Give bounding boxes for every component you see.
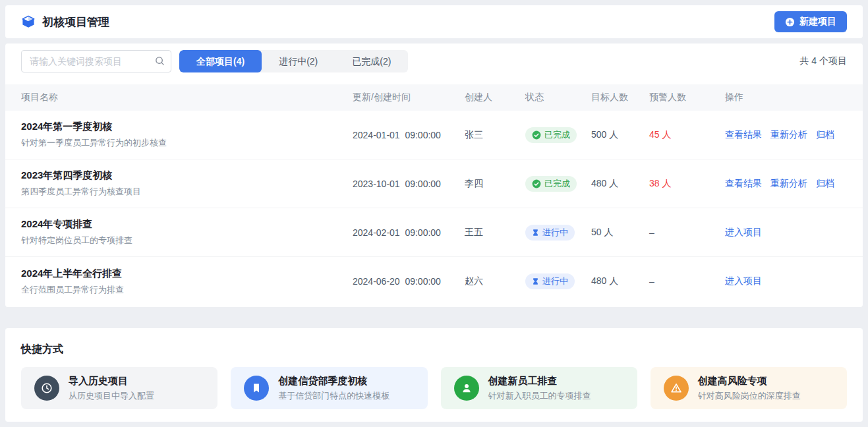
archive-link[interactable]: 归档 [816,178,834,190]
view-results-link[interactable]: 查看结果 [725,129,762,141]
target-count: 480 人 [591,178,649,190]
target-count: 50 人 [591,227,649,239]
tab-completed[interactable]: 已完成(2) [335,50,408,72]
project-creator: 王五 [465,227,525,239]
shortcut-desc: 针对高风险岗位的深度排查 [698,390,801,402]
col-warning: 预警人数 [649,92,725,103]
col-status: 状态 [525,92,591,103]
status-text: 已完成 [544,178,570,190]
project-name: 2023年第四季度初核 [21,169,353,182]
toolbar: 全部项目(4) 进行中(2) 已完成(2) 共 4 个项目 [5,43,863,72]
col-time: 更新/创建时间 [353,92,465,103]
check-circle-icon [532,179,541,188]
shortcut-title: 创建信贷部季度初核 [278,375,390,387]
search-input[interactable] [21,50,171,72]
tab-all-projects[interactable]: 全部项目(4) [179,50,262,72]
table-row: 2024年专项排查 针对特定岗位员工的专项排查 2024-02-01 09:00… [5,208,863,257]
project-name: 2024年上半年全行排查 [21,268,353,280]
filter-tabs: 全部项目(4) 进行中(2) 已完成(2) [179,50,408,72]
hourglass-icon [532,277,539,285]
shortcuts-panel: 快捷方式 导入历史项目 从历史项目中导入配置 创建信贷部季度初核 [5,328,863,422]
target-count: 480 人 [591,275,649,287]
reanalyze-link[interactable]: 重新分析 [770,129,807,141]
project-creator: 张三 [465,129,525,141]
project-name: 2024年第一季度初核 [21,121,353,133]
box-icon [21,14,36,29]
reanalyze-link[interactable]: 重新分析 [770,178,807,190]
search-icon[interactable] [155,56,165,69]
target-count: 500 人 [591,129,649,141]
search-box [21,50,171,72]
table-row: 2024年第一季度初核 针对第一季度员工异常行为的初步核查 2024-01-01… [5,111,863,159]
project-desc: 全行范围员工异常行为排查 [21,284,353,296]
page-title-text: 初核项目管理 [42,14,109,30]
project-time: 2024-02-01 09:00:00 [353,227,465,238]
project-name: 2024年专项排查 [21,218,353,231]
archive-link[interactable]: 归档 [816,129,834,141]
total-count: 共 4 个项目 [799,55,847,67]
warning-count: 38 人 [649,178,725,190]
shortcut-desc: 针对新入职员工的专项排查 [488,390,591,402]
hourglass-icon [532,229,539,237]
enter-project-link[interactable]: 进入项目 [725,227,762,239]
status-badge: 已完成 [525,176,577,192]
check-circle-icon [532,130,541,140]
status-text: 进行中 [542,227,568,239]
shortcut-import-history[interactable]: 导入历史项目 从历史项目中导入配置 [21,367,217,409]
shortcut-high-risk[interactable]: 创建高风险专项 针对高风险岗位的深度排查 [651,367,847,409]
col-target: 目标人数 [591,92,649,103]
project-desc: 针对第一季度员工异常行为的初步核查 [21,137,353,149]
project-creator: 李四 [465,178,525,190]
bookmark-icon [244,376,269,401]
shortcut-title: 导入历史项目 [69,375,154,387]
view-results-link[interactable]: 查看结果 [725,178,762,190]
shortcut-credit-quarterly[interactable]: 创建信贷部季度初核 基于信贷部门特点的快速模板 [231,367,427,409]
tab-in-progress[interactable]: 进行中(2) [262,50,335,72]
enter-project-link[interactable]: 进入项目 [725,275,762,287]
person-icon [454,376,479,401]
col-actions: 操作 [725,92,847,103]
shortcut-desc: 从历史项目中导入配置 [69,390,154,402]
project-list-panel: 全部项目(4) 进行中(2) 已完成(2) 共 4 个项目 项目名称 更新/创建… [5,43,863,307]
plus-circle-icon [785,17,795,27]
project-creator: 赵六 [465,275,525,287]
clock-icon [34,376,59,401]
shortcuts-title: 快捷方式 [21,343,847,356]
shortcut-title: 创建高风险专项 [698,375,801,387]
table-row: 2023年第四季度初核 第四季度员工异常行为核查项目 2023-10-01 09… [5,159,863,208]
warning-icon [664,376,689,401]
warning-count: 45 人 [649,129,725,141]
project-time: 2023-10-01 09:00:00 [353,179,465,189]
status-badge: 进行中 [525,273,575,289]
table-header: 项目名称 更新/创建时间 创建人 状态 目标人数 预警人数 操作 [5,84,863,111]
status-badge: 进行中 [525,225,575,241]
col-project-name: 项目名称 [21,92,353,103]
shortcut-desc: 基于信贷部门特点的快速模板 [278,390,390,402]
status-text: 已完成 [544,129,570,141]
page-header: 初核项目管理 新建项目 [5,5,863,38]
status-badge: 已完成 [525,127,577,143]
project-desc: 第四季度员工异常行为核查项目 [21,186,353,198]
shortcut-title: 创建新员工排查 [488,375,591,387]
project-time: 2024-06-20 09:00:00 [353,276,465,287]
new-project-button[interactable]: 新建项目 [774,11,847,32]
warning-count: – [649,276,725,287]
shortcut-new-employee[interactable]: 创建新员工排查 针对新入职员工的专项排查 [441,367,637,409]
col-creator: 创建人 [465,92,525,103]
warning-count: – [649,227,725,238]
status-text: 进行中 [542,275,568,287]
new-project-label: 新建项目 [799,16,836,28]
project-time: 2024-01-01 09:00:00 [353,130,465,140]
page-title: 初核项目管理 [21,14,109,30]
project-desc: 针对特定岗位员工的专项排查 [21,235,353,246]
table-row: 2024年上半年全行排查 全行范围员工异常行为排查 2024-06-20 09:… [5,257,863,306]
